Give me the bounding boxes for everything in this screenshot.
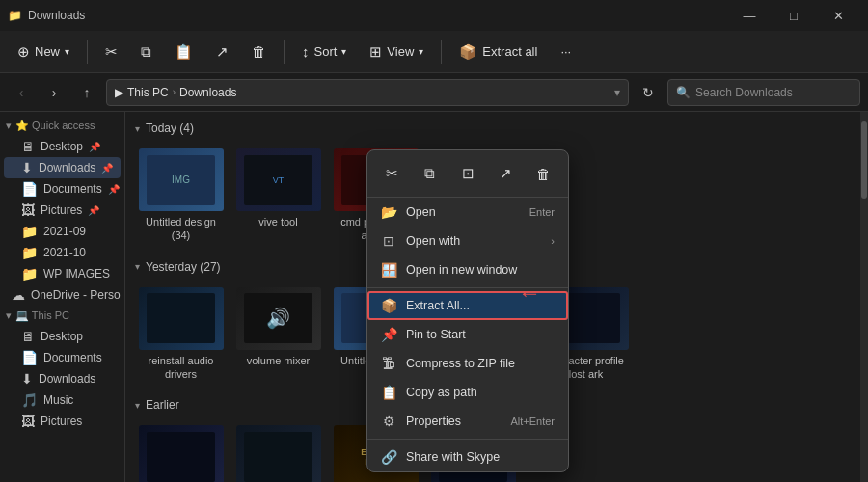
folder-icon-3: 📁 — [21, 266, 38, 281]
share-button[interactable]: ↗ — [206, 39, 238, 66]
pictures-icon: 🖼 — [21, 202, 35, 218]
sidebar-item-pc-desktop[interactable]: 🖥 Desktop — [4, 326, 121, 347]
scrollbar-thumb[interactable] — [861, 121, 867, 199]
file-item-reinstall[interactable]: reinstall audiodrivers — [135, 281, 227, 388]
yesterday-label: Yesterday (27) — [146, 260, 221, 274]
view-button[interactable]: ⊞ View ▾ — [360, 39, 433, 66]
new-button[interactable]: ⊕ New ▾ — [8, 39, 79, 66]
maximize-button[interactable]: □ — [772, 0, 816, 31]
ctx-item-compress[interactable]: 🗜 Compress to ZIP file — [367, 349, 568, 378]
cut-button[interactable]: ✂ — [95, 39, 127, 66]
sidebar-label-pc-pictures: Pictures — [41, 415, 82, 428]
view-icon: ⊞ — [369, 43, 382, 61]
path-downloads[interactable]: Downloads — [179, 86, 236, 99]
sidebar-item-downloads[interactable]: ⬇ Downloads 📌 — [4, 157, 121, 178]
ctx-share2-button[interactable]: ↗ — [491, 158, 521, 189]
sidebar-label-music: Music — [43, 393, 73, 407]
paste-button[interactable]: 📋 — [165, 39, 203, 66]
view-dropdown-icon: ▾ — [419, 46, 423, 57]
ctx-extract-icon: 📦 — [381, 298, 396, 313]
ctx-share-button[interactable]: ⊡ — [452, 158, 482, 189]
more-button[interactable]: ··· — [551, 40, 581, 64]
thumb-vivetool: VT — [236, 148, 321, 211]
sidebar-item-pc-downloads[interactable]: ⬇ Downloads — [4, 368, 121, 389]
sidebar-item-music[interactable]: 🎵 Music — [4, 389, 121, 411]
ctx-open-with-arrow: › — [551, 235, 555, 247]
sidebar-label-downloads: Downloads — [39, 161, 95, 174]
sort-button[interactable]: ↕ Sort ▾ — [292, 39, 356, 65]
label-untitled34: Untitled design(34) — [146, 215, 216, 243]
window-title: Downloads — [28, 9, 85, 22]
this-pc-header[interactable]: ▾ 💻 This PC — [0, 306, 124, 326]
quick-access-label: ⭐ Quick access — [15, 120, 95, 132]
delete-icon: 🗑 — [252, 43, 266, 60]
scrollbar[interactable] — [860, 112, 868, 482]
sidebar-label-documents: Documents — [43, 182, 102, 196]
file-item-vivetool[interactable]: VT vive tool — [232, 143, 324, 249]
ctx-properties-icon: ⚙ — [381, 414, 396, 429]
sidebar-item-2021-09[interactable]: 📁 2021-09 — [4, 221, 121, 242]
ctx-item-pin-start[interactable]: 📌 Pin to Start — [367, 320, 568, 349]
sidebar-label-wp-images: WP IMAGES — [43, 267, 110, 281]
arrow-indicator: ← — [518, 280, 541, 307]
ctx-item-properties[interactable]: ⚙ Properties Alt+Enter — [367, 407, 568, 436]
path-dropdown-icon[interactable]: ▾ — [614, 86, 620, 99]
ctx-item-share-skype[interactable]: 🔗 Share with Skype — [367, 442, 568, 471]
thumb-lostark-inspect — [236, 425, 321, 482]
file-item-untitled34[interactable]: IMG Untitled design(34) — [135, 143, 227, 249]
title-bar-controls: — □ ✕ — [727, 0, 860, 31]
sidebar-item-onedrive[interactable]: ☁ OneDrive - Person — [4, 284, 121, 306]
pc-downloads-icon: ⬇ — [21, 371, 33, 387]
ctx-item-copy-path[interactable]: 📋 Copy as path — [367, 378, 568, 407]
toolbar: ⊕ New ▾ ✂ ⧉ 📋 ↗ 🗑 ↕ Sort ▾ ⊞ View ▾ 📦 Ex… — [0, 31, 868, 73]
sidebar-item-documents[interactable]: 📄 Documents 📌 — [4, 178, 121, 200]
earlier-label: Earlier — [146, 398, 179, 412]
sidebar-item-desktop[interactable]: 🖥 Desktop 📌 — [4, 136, 121, 157]
search-icon: 🔍 — [676, 86, 691, 99]
sidebar-item-pc-pictures[interactable]: 🖼 Pictures — [4, 411, 121, 432]
close-button[interactable]: ✕ — [816, 0, 860, 31]
quick-access-header[interactable]: ▾ ⭐ Quick access — [0, 116, 124, 136]
earlier-arrow: ▾ — [135, 400, 140, 411]
ctx-share-skype-icon: 🔗 — [381, 449, 396, 465]
sidebar-item-wp-images[interactable]: 📁 WP IMAGES — [4, 263, 121, 284]
ctx-share-skype-label: Share with Skype — [406, 450, 500, 464]
path-this-pc[interactable]: This PC — [127, 86, 169, 99]
ctx-divider-2 — [367, 439, 568, 440]
ctx-compress-label: Compress to ZIP file — [406, 357, 515, 370]
ctx-item-open[interactable]: 📂 Open Enter — [367, 198, 568, 227]
up-button[interactable]: ↑ — [73, 79, 100, 106]
file-item-lostark-inspect[interactable]: lost ark inspect — [232, 419, 324, 482]
ctx-properties-shortcut: Alt+Enter — [510, 415, 555, 427]
sidebar-item-pc-documents[interactable]: 📄 Documents — [4, 347, 121, 368]
forward-button[interactable]: › — [41, 79, 68, 106]
back-button[interactable]: ‹ — [8, 79, 35, 106]
sidebar-item-pictures[interactable]: 🖼 Pictures 📌 — [4, 200, 121, 221]
ctx-delete-button[interactable]: 🗑 — [529, 158, 558, 189]
ctx-cut-button[interactable]: ✂ — [377, 158, 407, 189]
minimize-button[interactable]: — — [727, 0, 772, 31]
file-item-lostark-menu[interactable]: lost ark menu — [135, 419, 227, 482]
ctx-open-new-icon: 🪟 — [381, 262, 396, 278]
ctx-item-open-with[interactable]: ⊡ Open with › — [367, 227, 568, 255]
file-item-volume[interactable]: 🔊 volume mixer — [232, 281, 324, 388]
extract-button[interactable]: 📦 Extract all — [449, 39, 547, 66]
delete-button[interactable]: 🗑 — [242, 39, 276, 65]
thumb-lostark-menu — [139, 425, 224, 482]
pin-icon-3: 📌 — [108, 184, 120, 195]
address-path[interactable]: ▶ This PC › Downloads ▾ — [106, 79, 629, 106]
ctx-copy-button[interactable]: ⧉ — [415, 158, 445, 189]
extract-icon: 📦 — [459, 43, 477, 61]
copy-button[interactable]: ⧉ — [131, 39, 161, 66]
search-box[interactable]: 🔍 Search Downloads — [667, 79, 860, 106]
refresh-button[interactable]: ↻ — [635, 79, 662, 106]
sort-label: Sort — [314, 44, 338, 59]
thumb-untitled34: IMG — [139, 148, 224, 211]
title-bar: 📁 Downloads — □ ✕ — [0, 0, 868, 31]
sidebar-item-2021-10[interactable]: 📁 2021-10 — [4, 242, 121, 263]
onedrive-icon: ☁ — [12, 287, 25, 303]
view-label: View — [387, 44, 414, 59]
new-dropdown-icon: ▾ — [65, 46, 69, 57]
search-placeholder: Search Downloads — [695, 86, 793, 99]
today-section-header[interactable]: ▾ Today (4) — [135, 118, 851, 139]
